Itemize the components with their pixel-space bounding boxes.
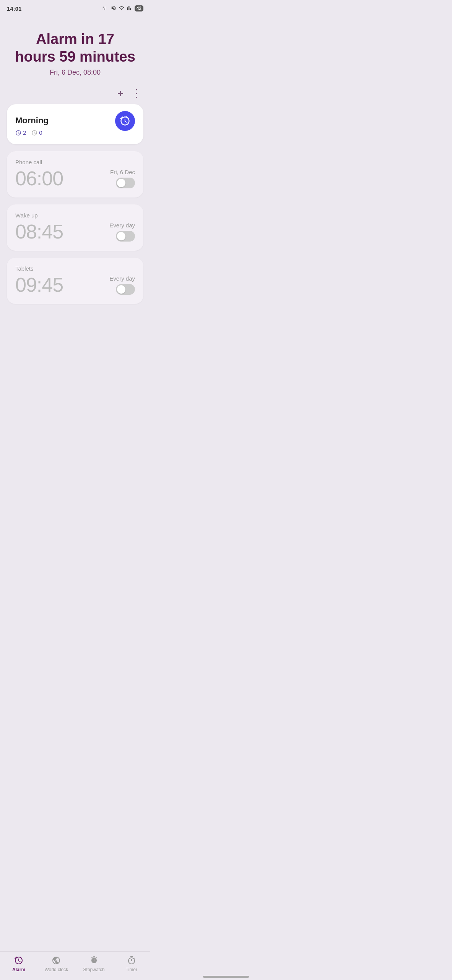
alarm-time-2: 09:45 (15, 273, 63, 296)
status-bar: 14:01 N 42 (0, 0, 150, 15)
alarm-row-2: 09:45 Every day (15, 273, 135, 296)
alarm-item-0[interactable]: Phone call 06:00 Fri, 6 Dec (7, 151, 143, 198)
alarm-group-icon (115, 111, 135, 131)
status-icons: N 42 (102, 5, 143, 12)
alarm-label-1: Wake up (15, 212, 135, 219)
alarm-group-card[interactable]: Morning 2 0 (7, 104, 143, 144)
svg-text:N: N (102, 6, 106, 10)
more-options-button[interactable]: ⋮ (131, 88, 142, 99)
nfc-icon: N (102, 5, 109, 12)
alarm-schedule-0: Fri, 6 Dec (110, 169, 135, 175)
alarm-toggle-2[interactable] (116, 284, 135, 295)
alarm-clock-icon (120, 116, 130, 126)
alarm-date: Fri, 6 Dec, 08:00 (11, 69, 139, 77)
alarm-time-0: 06:00 (15, 167, 63, 190)
alarm-group-counts: 2 0 (15, 129, 135, 136)
content-area: Morning 2 0 Phone call 06:00 Fri, 6 Dec … (0, 104, 150, 345)
alarm-label-2: Tablets (15, 265, 135, 272)
alarm-countdown: Alarm in 17 hours 59 minutes (11, 31, 139, 65)
alarm-toggle-1[interactable] (116, 231, 135, 242)
signal-bars-icon (127, 5, 132, 12)
alarm-row-0: 06:00 Fri, 6 Dec (15, 167, 135, 190)
alarm-time-1: 08:45 (15, 220, 63, 243)
alarm-label-0: Phone call (15, 159, 135, 165)
alarm-schedule-1: Every day (109, 222, 135, 229)
alarm-toggle-0[interactable] (116, 178, 135, 188)
alarm-right-0: Fri, 6 Dec (110, 169, 135, 188)
signal-icon (119, 5, 125, 12)
alarm-item-2[interactable]: Tablets 09:45 Every day (7, 258, 143, 304)
inactive-count: 0 (31, 129, 42, 136)
battery-level: 42 (135, 5, 143, 11)
status-time: 14:01 (7, 5, 21, 12)
alarm-schedule-2: Every day (109, 275, 135, 282)
mute-icon (111, 5, 116, 12)
alarm-row-1: 08:45 Every day (15, 220, 135, 243)
toolbar: + ⋮ (0, 88, 150, 104)
alarm-right-2: Every day (109, 275, 135, 295)
add-alarm-button[interactable]: + (117, 88, 124, 99)
alarm-right-1: Every day (109, 222, 135, 242)
active-count: 2 (15, 129, 26, 136)
alarm-header: Alarm in 17 hours 59 minutes Fri, 6 Dec,… (0, 15, 150, 88)
alarm-item-1[interactable]: Wake up 08:45 Every day (7, 204, 143, 251)
